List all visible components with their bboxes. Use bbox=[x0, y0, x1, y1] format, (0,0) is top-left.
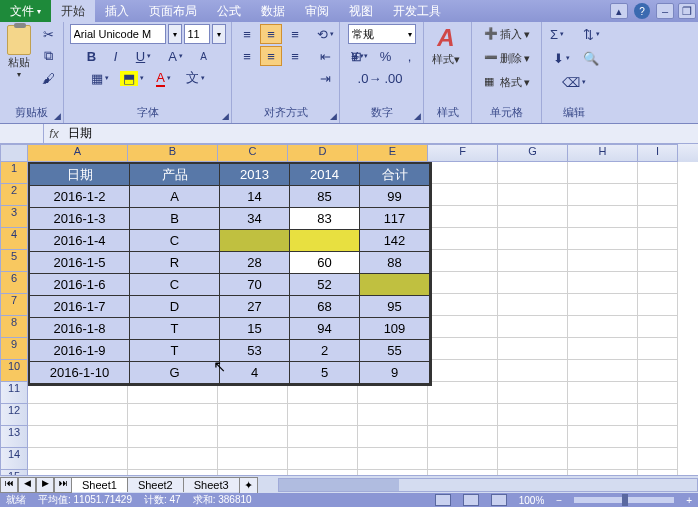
font-color-button[interactable]: A▾ bbox=[149, 68, 179, 88]
cell[interactable] bbox=[498, 382, 568, 404]
italic-button[interactable]: I bbox=[105, 46, 127, 66]
paste-button[interactable]: 粘贴▾ bbox=[4, 24, 33, 80]
new-sheet-button[interactable]: ✦ bbox=[239, 477, 258, 493]
cell[interactable] bbox=[218, 448, 288, 470]
cell[interactable] bbox=[568, 316, 638, 338]
cell[interactable] bbox=[288, 448, 358, 470]
row-header[interactable]: 2 bbox=[0, 184, 28, 206]
fx-icon[interactable]: fx bbox=[44, 127, 64, 141]
table-cell[interactable]: 52 bbox=[290, 274, 360, 296]
table-cell[interactable]: 2016-1-8 bbox=[30, 318, 130, 340]
cell[interactable] bbox=[638, 206, 678, 228]
file-menu[interactable]: 文件▾ bbox=[0, 0, 51, 22]
cell[interactable] bbox=[428, 316, 498, 338]
table-cell[interactable]: 28 bbox=[220, 252, 290, 274]
table-cell[interactable]: 94 bbox=[290, 318, 360, 340]
cell[interactable] bbox=[28, 426, 128, 448]
cell[interactable] bbox=[428, 404, 498, 426]
increase-indent-icon[interactable]: ⇥ bbox=[314, 68, 336, 88]
cell[interactable] bbox=[638, 272, 678, 294]
cell[interactable] bbox=[498, 426, 568, 448]
col-header-B[interactable]: B bbox=[128, 144, 218, 162]
table-cell[interactable]: 2 bbox=[290, 340, 360, 362]
select-all-corner[interactable] bbox=[0, 144, 28, 162]
cell[interactable] bbox=[638, 228, 678, 250]
row-header[interactable]: 1 bbox=[0, 162, 28, 184]
table-header-cell[interactable]: 产品 bbox=[130, 164, 220, 186]
cell[interactable] bbox=[498, 162, 568, 184]
sort-filter-button[interactable]: ⇅▾ bbox=[576, 24, 606, 44]
table-cell[interactable]: 2016-1-9 bbox=[30, 340, 130, 362]
align-launcher[interactable]: ◢ bbox=[330, 111, 337, 121]
border-button[interactable]: ▦▾ bbox=[85, 68, 115, 88]
cell[interactable] bbox=[638, 338, 678, 360]
zoom-level[interactable]: 100% bbox=[519, 495, 545, 506]
align-left-icon[interactable]: ≡ bbox=[236, 46, 258, 66]
align-bottom-icon[interactable]: ≡ bbox=[284, 24, 306, 44]
cell[interactable] bbox=[288, 404, 358, 426]
table-cell[interactable]: 15 bbox=[220, 318, 290, 340]
cell[interactable] bbox=[568, 206, 638, 228]
percent-format-icon[interactable]: % bbox=[375, 46, 397, 66]
row-header[interactable]: 11 bbox=[0, 382, 28, 404]
table-cell[interactable]: B bbox=[130, 208, 220, 230]
fill-button[interactable]: ⬇▾ bbox=[546, 48, 576, 68]
font-launcher[interactable]: ◢ bbox=[222, 111, 229, 121]
row-header[interactable]: 12 bbox=[0, 404, 28, 426]
row-header[interactable]: 10 bbox=[0, 360, 28, 382]
format-painter-icon[interactable]: 🖌 bbox=[37, 68, 59, 88]
clear-button[interactable]: ⌫▾ bbox=[559, 72, 589, 92]
table-cell[interactable]: G bbox=[130, 362, 220, 384]
table-cell[interactable] bbox=[220, 230, 290, 252]
view-normal-icon[interactable] bbox=[435, 494, 451, 506]
cell[interactable] bbox=[428, 184, 498, 206]
underline-button[interactable]: U▾ bbox=[129, 46, 159, 66]
comma-format-icon[interactable]: , bbox=[399, 46, 421, 66]
table-cell[interactable]: 34 bbox=[220, 208, 290, 230]
cell[interactable] bbox=[498, 338, 568, 360]
align-center-icon[interactable]: ≡ bbox=[260, 46, 282, 66]
minimize-ribbon-icon[interactable]: ▴ bbox=[610, 3, 628, 19]
col-header-F[interactable]: F bbox=[428, 144, 498, 162]
tab-data[interactable]: 数据 bbox=[251, 0, 295, 22]
zoom-slider[interactable] bbox=[574, 497, 674, 503]
cut-icon[interactable]: ✂ bbox=[37, 24, 59, 44]
table-cell[interactable]: 2016-1-2 bbox=[30, 186, 130, 208]
font-size-input[interactable] bbox=[184, 24, 210, 44]
align-top-icon[interactable]: ≡ bbox=[236, 24, 258, 44]
spreadsheet-grid[interactable]: A B C D E F G H I 123456789101112131415日… bbox=[0, 144, 698, 484]
table-cell[interactable]: 83 bbox=[290, 208, 360, 230]
cell[interactable] bbox=[498, 272, 568, 294]
horizontal-scrollbar[interactable] bbox=[278, 478, 698, 492]
autosum-button[interactable]: Σ▾ bbox=[542, 24, 572, 44]
view-layout-icon[interactable] bbox=[463, 494, 479, 506]
font-name-input[interactable] bbox=[70, 24, 166, 44]
row-header[interactable]: 3 bbox=[0, 206, 28, 228]
cell[interactable] bbox=[358, 448, 428, 470]
find-button[interactable]: 🔍 bbox=[580, 48, 602, 68]
sheet-tab-1[interactable]: Sheet1 bbox=[71, 477, 128, 492]
table-cell[interactable] bbox=[360, 274, 430, 296]
cell[interactable] bbox=[638, 162, 678, 184]
table-cell[interactable]: 55 bbox=[360, 340, 430, 362]
table-cell[interactable]: 2016-1-7 bbox=[30, 296, 130, 318]
cell[interactable] bbox=[568, 228, 638, 250]
zoom-in-icon[interactable]: + bbox=[686, 495, 692, 506]
cell[interactable] bbox=[358, 426, 428, 448]
format-button[interactable]: ▦格式 ▾ bbox=[484, 72, 530, 92]
table-cell[interactable]: 60 bbox=[290, 252, 360, 274]
fill-color-button[interactable]: ⬒▾ bbox=[117, 68, 147, 88]
cell[interactable] bbox=[568, 184, 638, 206]
cell[interactable] bbox=[568, 162, 638, 184]
cell[interactable] bbox=[568, 294, 638, 316]
table-cell[interactable]: 5 bbox=[290, 362, 360, 384]
font-name-dropdown[interactable]: ▾ bbox=[168, 24, 182, 44]
cell[interactable] bbox=[28, 404, 128, 426]
table-cell[interactable]: 99 bbox=[360, 186, 430, 208]
row-header[interactable]: 8 bbox=[0, 316, 28, 338]
cell[interactable] bbox=[218, 404, 288, 426]
col-header-A[interactable]: A bbox=[28, 144, 128, 162]
cell[interactable] bbox=[498, 316, 568, 338]
cell[interactable] bbox=[28, 448, 128, 470]
cell[interactable] bbox=[638, 360, 678, 382]
